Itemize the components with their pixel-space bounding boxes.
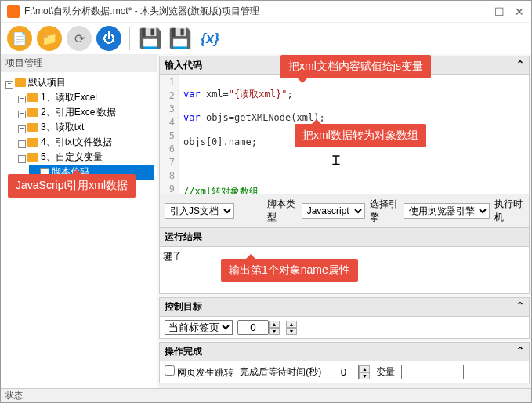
engine-select[interactable]: 使用浏览器引擎 bbox=[404, 203, 490, 219]
collapse-icon[interactable]: ⌃ bbox=[516, 300, 524, 314]
spin-up[interactable]: ▲ bbox=[269, 321, 280, 328]
status-bar: 状态 bbox=[1, 388, 531, 402]
folder-icon bbox=[15, 78, 26, 87]
script-type-label: 脚本类型 bbox=[267, 198, 297, 224]
spin-down[interactable]: ▼ bbox=[269, 328, 280, 335]
line-gutter: 123456789 bbox=[160, 75, 179, 194]
toolbar: 📄 📁 ⟳ ⏻ 💾 💾 {x} bbox=[1, 23, 531, 54]
tree-node[interactable]: 3、读取txt bbox=[16, 120, 154, 135]
tree-root[interactable]: 默认项目 bbox=[4, 75, 154, 90]
wait-spinner[interactable]: ▲▼ bbox=[328, 365, 370, 379]
var-label: 变量 bbox=[376, 365, 395, 379]
app-icon bbox=[7, 5, 20, 18]
folder-icon bbox=[27, 108, 38, 117]
result-header: 运行结果 bbox=[159, 228, 530, 247]
right-panel: 输入代码 ⌃ 123456789 var xml="{读取xml}"; var … bbox=[157, 54, 531, 388]
folder-icon bbox=[27, 138, 38, 147]
import-js-select[interactable]: 引入JS文档 bbox=[165, 203, 234, 219]
app-window: F:\mot\自动分析数据.mot* - 木头浏览器(旗舰版)项目管理 — ☐ … bbox=[0, 0, 532, 403]
toolbar-divider bbox=[129, 27, 130, 50]
tree-node[interactable]: 5、自定义变量 bbox=[16, 150, 154, 165]
open-button[interactable]: 📁 bbox=[37, 26, 62, 51]
engine-label: 选择引擎 bbox=[370, 198, 400, 224]
save-as-button[interactable]: 💾 bbox=[168, 26, 193, 51]
callout-output-name: 输出第1个对象name属性 bbox=[221, 259, 358, 282]
code-controls: 引入JS文档 脚本类型 Javascript 选择引擎 使用浏览器引擎 执行时机 bbox=[159, 194, 530, 228]
jump-checkbox-label[interactable]: 网页发生跳转 bbox=[165, 365, 233, 379]
folder-icon bbox=[27, 93, 38, 102]
var-input[interactable] bbox=[401, 365, 464, 379]
spin-down2[interactable]: ▼ bbox=[286, 328, 297, 335]
jump-checkbox[interactable] bbox=[165, 365, 175, 376]
done-header: 操作完成 ⌃ bbox=[159, 342, 530, 361]
spin-up2[interactable]: ▲ bbox=[286, 321, 297, 328]
power-button[interactable]: ⏻ bbox=[96, 26, 121, 51]
tree-node[interactable]: 4、引txt文件数据 bbox=[16, 135, 154, 150]
folder-icon bbox=[27, 123, 38, 132]
project-tree[interactable]: 默认项目 1、读取Excel 2、引用Excel数据 3、读取txt 4、引tx… bbox=[1, 72, 157, 388]
titlebar: F:\mot\自动分析数据.mot* - 木头浏览器(旗舰版)项目管理 — ☐ … bbox=[1, 1, 531, 23]
new-button[interactable]: 📄 bbox=[7, 26, 32, 51]
wait-input[interactable] bbox=[328, 365, 359, 379]
wait-label: 完成后等待时间(秒) bbox=[240, 365, 321, 379]
left-panel-header: 项目管理 bbox=[1, 54, 157, 72]
maximize-button[interactable]: ☐ bbox=[494, 6, 505, 17]
tree-node[interactable]: 1、读取Excel bbox=[16, 90, 154, 105]
callout-convert-array: 把xml数据转为对象数组 bbox=[295, 124, 426, 147]
tab-select[interactable]: 当前标签页 bbox=[165, 320, 233, 335]
done-row: 网页发生跳转 完成后等待时间(秒) ▲▼ 变量 bbox=[159, 361, 530, 383]
tree-node[interactable]: 2、引用Excel数据 bbox=[16, 105, 154, 120]
spin-up[interactable]: ▲ bbox=[359, 365, 370, 372]
timing-label: 执行时机 bbox=[494, 198, 524, 224]
folder-icon bbox=[27, 153, 38, 162]
tab-index-spinner[interactable]: ▲▼ bbox=[237, 320, 280, 335]
collapse-icon[interactable]: ⌃ bbox=[516, 345, 524, 358]
save-button[interactable]: 💾 bbox=[138, 26, 163, 51]
callout-assign-xml: 把xml文档内容赋值给js变量 bbox=[280, 55, 431, 78]
script-type-select[interactable]: Javascript bbox=[302, 203, 365, 219]
refresh-button[interactable]: ⟳ bbox=[67, 26, 92, 51]
left-panel: 项目管理 默认项目 1、读取Excel 2、引用Excel数据 3、读取txt … bbox=[1, 54, 157, 388]
minimize-button[interactable]: — bbox=[473, 6, 484, 17]
control-target-row: 当前标签页 ▲▼ ▲▼ bbox=[159, 317, 530, 339]
control-target-header: 控制目标 ⌃ bbox=[159, 297, 530, 317]
collapse-icon[interactable]: ⌃ bbox=[516, 59, 524, 72]
spin-input[interactable] bbox=[237, 320, 269, 335]
close-button[interactable]: ✕ bbox=[514, 6, 525, 17]
window-title: F:\mot\自动分析数据.mot* - 木头浏览器(旗舰版)项目管理 bbox=[24, 5, 473, 18]
callout-js-ref-xml: JavaScript引用xml数据 bbox=[8, 174, 136, 198]
variable-button[interactable]: {x} bbox=[197, 26, 223, 51]
spin-down[interactable]: ▼ bbox=[359, 372, 370, 379]
